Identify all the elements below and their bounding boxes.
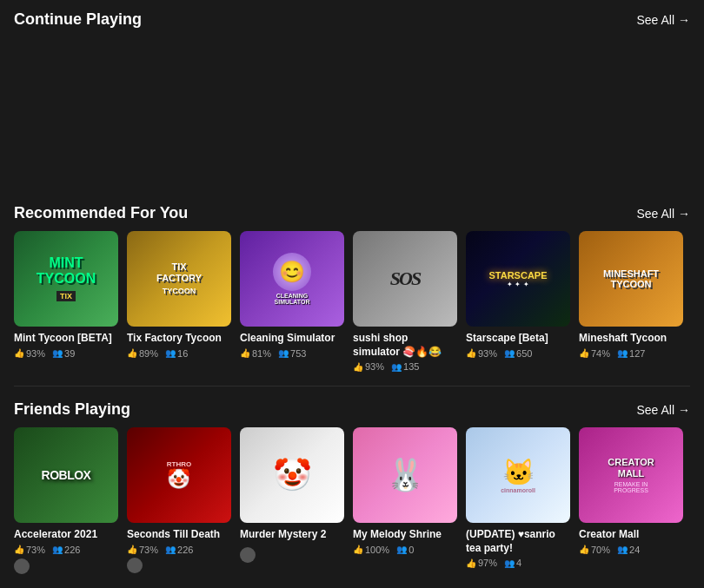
like-stat: 👍93% bbox=[353, 361, 384, 372]
player-stat: 👥753 bbox=[278, 348, 306, 359]
game-card-recommended-0[interactable]: MINTTYCOON TIX Mint Tycoon [BETA]👍93%👥39 bbox=[14, 231, 118, 372]
game-name-friends-4: (UPDATE) ♥sanrio tea party! bbox=[466, 528, 570, 555]
game-thumb-recommended-4: STARSCAPE ✦ ✦ ✦ bbox=[466, 231, 570, 327]
friend-avatar-row bbox=[127, 558, 231, 573]
game-name-friends-0: Accelerator 2021 bbox=[14, 528, 118, 542]
game-stats-friends-4: 👍97%👥4 bbox=[466, 558, 570, 568]
game-card-recommended-2[interactable]: 😊 CLEANINGSIMULATOR Cleaning Simulator👍8… bbox=[240, 231, 344, 372]
recommended-header: Recommended For You See All → bbox=[0, 194, 704, 231]
game-thumb-friends-0: ROBLOX bbox=[14, 427, 118, 523]
game-stats-friends-3: 👍100%👥0 bbox=[353, 545, 457, 555]
friends-games-grid: ROBLOX Accelerator 2021👍73%👥226 RTHRO 🤡 … bbox=[0, 427, 704, 588]
continue-playing-title: Continue Playing bbox=[14, 10, 142, 29]
player-stat: 👥16 bbox=[165, 348, 188, 359]
game-thumb-friends-3: 🐰 bbox=[353, 427, 457, 523]
game-card-friends-3[interactable]: 🐰 My Melody Shrine👍100%👥0 bbox=[353, 427, 457, 574]
game-card-friends-1[interactable]: RTHRO 🤡 Seconds Till Death👍73%👥226 bbox=[127, 427, 231, 574]
player-stat: 👥4 bbox=[504, 558, 521, 568]
player-stat: 👥127 bbox=[617, 348, 645, 359]
continue-playing-header: Continue Playing See All → bbox=[0, 0, 704, 37]
game-name-recommended-0: Mint Tycoon [BETA] bbox=[14, 332, 118, 346]
game-stats-friends-5: 👍70%👥24 bbox=[579, 545, 683, 555]
game-card-friends-0[interactable]: ROBLOX Accelerator 2021👍73%👥226 bbox=[14, 427, 118, 574]
friends-title: Friends Playing bbox=[14, 400, 130, 419]
game-thumb-friends-1: RTHRO 🤡 bbox=[127, 427, 231, 523]
game-stats-recommended-5: 👍74%👥127 bbox=[579, 348, 683, 359]
friends-header: Friends Playing See All → bbox=[0, 390, 704, 427]
game-name-recommended-5: Mineshaft Tycoon bbox=[579, 332, 683, 346]
game-stats-recommended-0: 👍93%👥39 bbox=[14, 348, 118, 359]
like-stat: 👍81% bbox=[240, 348, 271, 359]
game-thumb-friends-5: CREATORMALL REMAKE INPROGRESS bbox=[579, 427, 683, 523]
like-stat: 👍73% bbox=[127, 545, 158, 555]
friends-see-all[interactable]: See All → bbox=[636, 403, 690, 417]
like-stat: 👍73% bbox=[14, 545, 45, 555]
continue-playing-section: Continue Playing See All → bbox=[0, 0, 704, 194]
game-thumb-recommended-1: TIXFACTORYTYCOON bbox=[127, 231, 231, 327]
arrow-right-icon: → bbox=[678, 13, 690, 27]
game-thumb-recommended-0: MINTTYCOON TIX bbox=[14, 231, 118, 327]
friend-avatar bbox=[127, 558, 143, 573]
friend-avatar-row bbox=[14, 558, 118, 574]
game-card-friends-5[interactable]: CREATORMALL REMAKE INPROGRESS Creator Ma… bbox=[579, 427, 683, 574]
section-divider bbox=[14, 386, 690, 386]
recommended-games-grid: MINTTYCOON TIX Mint Tycoon [BETA]👍93%👥39… bbox=[0, 231, 704, 386]
game-stats-friends-0: 👍73%👥226 bbox=[14, 545, 118, 555]
like-stat: 👍93% bbox=[466, 348, 497, 359]
game-stats-recommended-2: 👍81%👥753 bbox=[240, 348, 344, 359]
game-name-recommended-1: Tix Factory Tycoon bbox=[127, 332, 231, 346]
arrow-right-icon: → bbox=[678, 207, 690, 221]
player-stat: 👥226 bbox=[52, 545, 80, 555]
player-stat: 👥135 bbox=[391, 361, 419, 372]
friend-avatar-row bbox=[240, 547, 344, 563]
game-card-recommended-5[interactable]: MINESHAFTTYCOON Mineshaft Tycoon👍74%👥127 bbox=[579, 231, 683, 372]
game-card-recommended-1[interactable]: TIXFACTORYTYCOON Tix Factory Tycoon👍89%👥… bbox=[127, 231, 231, 372]
game-name-friends-3: My Melody Shrine bbox=[353, 528, 457, 542]
game-card-friends-4[interactable]: 🐱 cinnamoroll (UPDATE) ♥sanrio tea party… bbox=[466, 427, 570, 574]
recommended-title: Recommended For You bbox=[14, 204, 188, 222]
like-stat: 👍100% bbox=[353, 545, 389, 555]
friend-avatar bbox=[240, 547, 256, 563]
continue-playing-see-all[interactable]: See All → bbox=[636, 13, 690, 27]
recommended-see-all[interactable]: See All → bbox=[636, 207, 690, 221]
like-stat: 👍93% bbox=[14, 348, 45, 359]
arrow-right-icon: → bbox=[678, 403, 690, 417]
game-stats-recommended-3: 👍93%👥135 bbox=[353, 361, 457, 372]
game-stats-friends-1: 👍73%👥226 bbox=[127, 545, 231, 555]
game-thumb-recommended-5: MINESHAFTTYCOON bbox=[579, 231, 683, 327]
game-name-friends-1: Seconds Till Death bbox=[127, 528, 231, 542]
game-thumb-friends-2: 🤡 bbox=[240, 427, 344, 523]
friends-playing-section: Friends Playing See All → ROBLOX Acceler… bbox=[0, 390, 704, 588]
game-name-friends-2: Murder Mystery 2 bbox=[240, 528, 344, 542]
player-stat: 👥226 bbox=[165, 545, 193, 555]
player-stat: 👥650 bbox=[504, 348, 532, 359]
game-name-recommended-2: Cleaning Simulator bbox=[240, 332, 344, 346]
player-stat: 👥0 bbox=[396, 545, 414, 555]
continue-playing-area bbox=[0, 37, 704, 185]
game-name-recommended-4: Starscape [Beta] bbox=[466, 332, 570, 346]
friend-avatar bbox=[14, 558, 30, 574]
game-thumb-recommended-3: SOS bbox=[353, 231, 457, 327]
game-stats-recommended-1: 👍89%👥16 bbox=[127, 348, 231, 359]
game-thumb-friends-4: 🐱 cinnamoroll bbox=[466, 427, 570, 523]
recommended-section: Recommended For You See All → MINTTYCOON… bbox=[0, 194, 704, 386]
like-stat: 👍89% bbox=[127, 348, 158, 359]
like-stat: 👍74% bbox=[579, 348, 610, 359]
player-stat: 👥24 bbox=[617, 545, 640, 555]
game-card-friends-2[interactable]: 🤡 Murder Mystery 2 bbox=[240, 427, 344, 574]
like-stat: 👍97% bbox=[466, 558, 497, 568]
player-stat: 👥39 bbox=[52, 348, 75, 359]
game-card-recommended-4[interactable]: STARSCAPE ✦ ✦ ✦ Starscape [Beta]👍93%👥650 bbox=[466, 231, 570, 372]
game-stats-recommended-4: 👍93%👥650 bbox=[466, 348, 570, 359]
game-name-friends-5: Creator Mall bbox=[579, 528, 683, 542]
like-stat: 👍70% bbox=[579, 545, 610, 555]
game-thumb-recommended-2: 😊 CLEANINGSIMULATOR bbox=[240, 231, 344, 327]
game-name-recommended-3: sushi shop simulator 🍣🔥😂 bbox=[353, 332, 457, 359]
game-card-recommended-3[interactable]: SOS sushi shop simulator 🍣🔥😂👍93%👥135 bbox=[353, 231, 457, 372]
